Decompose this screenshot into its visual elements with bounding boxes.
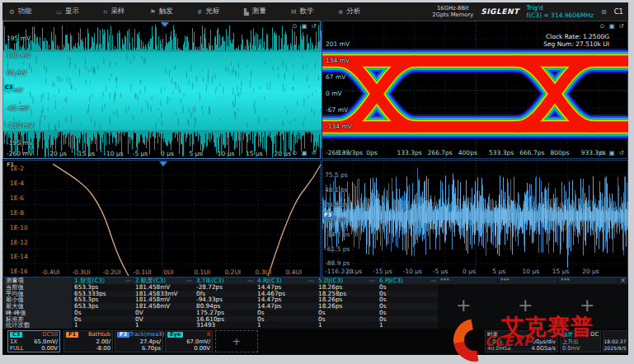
function-badge-f3[interactable]: F3 bbox=[322, 212, 333, 219]
oscilloscope-app: ⚙功能▭显示∩采样⚑触发#光标▙测量M数学⊕分析 16GHz-8Bit 2Gpt… bbox=[2, 2, 628, 355]
utility-icon[interactable]: ⊞ bbox=[601, 8, 607, 16]
menu-item-3[interactable]: ∩采样 bbox=[103, 7, 150, 16]
add-channel-button[interactable]: + bbox=[215, 330, 258, 352]
remove-measurement-button[interactable]: — bbox=[369, 278, 375, 284]
pause-indicator: II bbox=[207, 331, 210, 338]
remove-measurement-button[interactable]: — bbox=[247, 278, 253, 284]
fullscreen-icon[interactable]: ▣ bbox=[609, 23, 615, 30]
menu-item-8[interactable]: ⊕分析 bbox=[338, 7, 385, 16]
gear-icon: ⚙ bbox=[9, 8, 15, 16]
tie-track-panel-f3[interactable]: 75.5 ps48.1 ps20.8 ps-6.7 ps-34.1 ps-61.… bbox=[322, 160, 628, 278]
restore-icon[interactable]: ↺ bbox=[312, 150, 317, 156]
measurement-value: 0s bbox=[377, 310, 438, 316]
panel-controls: ⊙▣↺ bbox=[292, 150, 317, 156]
memory-label: 2Gpts Memory bbox=[432, 12, 473, 18]
channel-badge-c3: C3 bbox=[10, 332, 22, 338]
measurement-value: 0s bbox=[316, 316, 377, 323]
measurement-value: 0s bbox=[255, 310, 316, 316]
channel-box-row: 2.00/ bbox=[66, 338, 110, 346]
trigger-row: 0.0mV bbox=[562, 345, 599, 352]
panel-controls: ⊙▣↺ bbox=[599, 23, 624, 30]
trigger-row: 上升沿 bbox=[562, 338, 599, 346]
close-table-button[interactable]: × bbox=[620, 278, 626, 284]
fullscreen-icon[interactable]: ▣ bbox=[609, 150, 615, 156]
add-measurement-slot[interactable]: + bbox=[456, 297, 471, 314]
fullscreen-icon[interactable]: ▣ bbox=[302, 150, 308, 156]
bandwidth-label: 16GHz-8Bit bbox=[432, 5, 473, 12]
bandwidth-info: 16GHz-8Bit 2Gpts Memory bbox=[432, 5, 473, 18]
offset-label: 6.70ps bbox=[142, 345, 161, 352]
display-icon: ▭ bbox=[56, 8, 62, 16]
channel-badge-f1: F1 bbox=[66, 332, 78, 338]
menu-item-2[interactable]: ▭显示 bbox=[56, 7, 103, 16]
channel-box-row: 0.00V bbox=[167, 345, 210, 352]
add-measurement-slot[interactable]: + bbox=[518, 297, 533, 314]
timebase-row: 时基 bbox=[487, 331, 556, 338]
menu-item-label: 光标 bbox=[205, 7, 219, 16]
coupling-label: DC50 bbox=[42, 331, 58, 338]
panel-grid: 195 mV130 mV65 mV0 mV-65 mV-130 mV-195 m… bbox=[2, 21, 628, 278]
menu-item-4[interactable]: ⚑触发 bbox=[150, 7, 197, 16]
scale-label: 27.4ps/ bbox=[140, 338, 161, 346]
restore-icon[interactable]: ↺ bbox=[619, 150, 624, 156]
clock-row: 2025/9/5 bbox=[605, 345, 625, 352]
trigger-level: 0.0mV bbox=[562, 345, 580, 352]
channel-box-c3[interactable]: C3 DC50 1X 65.0mV/ FULL 0.00V bbox=[7, 330, 60, 352]
channel-level-badge-c3[interactable]: C3 bbox=[3, 84, 14, 91]
measurement-value: 0s bbox=[377, 316, 438, 323]
menu-item-6[interactable]: ▙测量 bbox=[244, 7, 291, 16]
add-measurement-slot[interactable]: + bbox=[580, 297, 594, 314]
trigger-position-marker[interactable] bbox=[161, 22, 169, 27]
siglent-logo: SIGLENT bbox=[481, 7, 519, 16]
menu-item-1[interactable]: ⚙功能 bbox=[9, 7, 56, 16]
measurement-header[interactable]: 6.PJ(C3)— bbox=[377, 278, 438, 284]
panel-controls: ⊙▣↺ bbox=[599, 150, 624, 156]
remove-measurement-button[interactable]: — bbox=[125, 278, 131, 284]
fullscreen-icon[interactable]: ▣ bbox=[302, 23, 308, 30]
menu-item-label: 分析 bbox=[346, 7, 360, 16]
cursor-position-marker[interactable] bbox=[159, 161, 167, 166]
channel-selector-c1[interactable]: C1 bbox=[614, 7, 623, 16]
camera-icon[interactable]: ⊙ bbox=[599, 150, 604, 156]
trigger-source: C3 DC bbox=[581, 331, 599, 338]
remove-measurement-button[interactable]: — bbox=[186, 278, 192, 284]
waveform-panel-c3[interactable]: 195 mV130 mV65 mV0 mV-65 mV-130 mV-195 m… bbox=[2, 21, 321, 159]
camera-icon[interactable]: ⊙ bbox=[292, 23, 297, 30]
clock-row bbox=[605, 331, 625, 338]
eye-diagram-panel[interactable]: 201 mV134 mV67 mV0 mV-67 mV-134 mV-268 m… bbox=[322, 21, 628, 159]
cursor-icon: # bbox=[197, 8, 202, 16]
menu-item-label: 显示 bbox=[65, 7, 79, 16]
remove-measurement-button[interactable]: — bbox=[308, 278, 314, 284]
measurement-value: 1 bbox=[377, 322, 438, 329]
menu-item-7[interactable]: M数学 bbox=[291, 7, 338, 16]
menu-item-5[interactable]: #光标 bbox=[197, 7, 244, 16]
trigger-box[interactable]: 触发 C3 DC 上升沿 0.0mV bbox=[560, 330, 601, 352]
clock-row: 18:02:37 bbox=[605, 338, 625, 346]
function-badge-f1: F1 bbox=[5, 161, 16, 169]
menu-item-label: 功能 bbox=[18, 7, 32, 16]
sampling-icon: ∩ bbox=[103, 8, 108, 16]
restore-icon[interactable]: ↺ bbox=[619, 23, 624, 30]
restore-icon[interactable]: ↺ bbox=[312, 23, 317, 30]
channel-box-row: Eye II bbox=[167, 331, 210, 338]
timebase-title: 时基 bbox=[487, 331, 498, 338]
channel-box-f1[interactable]: F1 Bathtub 2.00/ -8.00 bbox=[63, 330, 113, 352]
bathtub-panel-f1[interactable]: 1E-21E-41E-61E-81E-101E-121E-141E-16-0.4… bbox=[2, 160, 321, 278]
measurement-value: 18.26ps bbox=[316, 303, 377, 310]
channel-box-row: F3 Track(mea3) bbox=[117, 331, 161, 338]
channel-box-eye[interactable]: Eye II 67.0mV/ 0.00V bbox=[165, 330, 213, 352]
channel-bar: C3 DC50 1X 65.0mV/ FULL 0.00V F1 Bathtub bbox=[2, 329, 628, 355]
channel-box-f3[interactable]: F3 Track(mea3) 27.4ps/ 6.70ps bbox=[115, 330, 163, 352]
timebase-box[interactable]: 时基 0.00s 5.00μs/div 40.0MSa 4.0GSa/s bbox=[485, 330, 558, 352]
row-label: 统计次数 bbox=[2, 322, 72, 329]
measurement-value: 0s bbox=[72, 310, 133, 316]
measurement-value: 1 bbox=[72, 322, 133, 329]
camera-icon[interactable]: ⊙ bbox=[599, 23, 604, 30]
function-label: Bathtub bbox=[88, 331, 110, 338]
analysis-icon: ⊕ bbox=[338, 8, 343, 16]
remove-measurement-button[interactable]: — bbox=[430, 278, 436, 284]
menu-item-label: 采样 bbox=[111, 7, 125, 16]
eye-info-readout: Clock Rate: 1.2500GSeg Num: 27.510k UI bbox=[543, 33, 609, 48]
camera-icon[interactable]: ⊙ bbox=[292, 150, 297, 156]
atten-label: 1X bbox=[10, 338, 17, 346]
